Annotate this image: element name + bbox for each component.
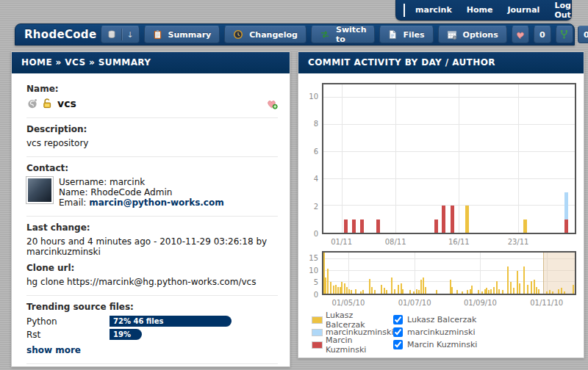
trending-label: Trending source files: <box>26 302 278 312</box>
repo-switcher-button[interactable]: ↓ <box>101 26 139 43</box>
legend-checkbox[interactable] <box>393 340 403 349</box>
divider <box>26 156 278 157</box>
x-axis: 01/1108/1116/1123/11 <box>323 236 575 247</box>
last-change-value: 20 hours and 4 minutes ago - 2010-11-29 … <box>26 236 278 257</box>
mercurial-icon <box>26 98 38 109</box>
nav-options-label: Options <box>463 30 498 40</box>
nav-changelog-button[interactable]: Changelog <box>224 26 306 43</box>
clone-url-label: Clone url: <box>26 263 278 273</box>
breadcrumb-separator: » <box>56 57 62 68</box>
home-link[interactable]: Home <box>459 5 501 15</box>
legend-swatch <box>312 341 323 349</box>
nav-options-button[interactable]: Options <box>438 26 507 43</box>
clone-url-value[interactable]: hg clone https://marcink@hg.python-works… <box>26 277 278 287</box>
trend-bar: 19% <box>110 329 142 340</box>
legend-row: Marcin Kuzminski Marcin Kuzminski <box>312 338 584 351</box>
legend-checkbox[interactable] <box>393 327 403 337</box>
description-value: vcs repository <box>26 138 278 148</box>
contact-name: Name: RhodeCode Admin <box>59 187 224 197</box>
logout-link[interactable]: Log Out <box>547 1 578 20</box>
user-menu-link[interactable]: marcink <box>408 5 459 15</box>
switch-icon <box>320 30 330 39</box>
contact-email-link[interactable]: marcin@python-works.com <box>89 197 224 208</box>
clipboard-icon <box>153 29 162 40</box>
legend-row: Lukasz Balcerzak Lukasz Balcerzak <box>312 313 584 326</box>
breadcrumb-current: SUMMARY <box>98 57 151 68</box>
forks-button[interactable] <box>556 26 573 43</box>
breadcrumb-separator: » <box>89 57 95 68</box>
commit-activity-title: COMMIT ACTIVITY BY DAY / AUTHOR <box>298 52 584 73</box>
overview-plot-area[interactable] <box>322 251 576 295</box>
divider <box>26 295 278 296</box>
unlock-icon <box>41 98 53 109</box>
nav-files-button[interactable]: Files <box>379 26 433 43</box>
y-axis: 0246810 <box>306 83 320 234</box>
legend-label: Marcin Kuzminski <box>326 335 393 355</box>
journal-link[interactable]: Journal <box>500 5 547 15</box>
fork-icon <box>559 29 569 40</box>
name-label: Name: <box>26 84 278 94</box>
x-axis: 01/05/1001/07/1001/09/1001/11/10 <box>323 297 575 308</box>
legend-checkbox-label: Marcin Kuzminski <box>407 340 477 349</box>
divider <box>26 117 278 118</box>
breadcrumb-repo-link[interactable]: VCS <box>65 57 85 68</box>
divider <box>26 363 278 364</box>
legend-label: Lukasz Balcerzak <box>326 311 393 330</box>
legend-swatch <box>312 329 323 336</box>
show-more-link[interactable]: show more <box>26 345 81 355</box>
contact-email: Email: marcin@python-works.com <box>59 197 224 208</box>
followers-count[interactable]: 0 <box>534 26 551 43</box>
nav-summary-button[interactable]: Summary <box>144 26 220 43</box>
legend-swatch <box>312 316 323 324</box>
database-icon <box>107 29 117 40</box>
nav-files-label: Files <box>403 30 424 40</box>
repo-name: vcs <box>57 98 76 109</box>
user-avatar <box>404 4 405 17</box>
chart-plot-area[interactable] <box>322 83 576 234</box>
heart-icon <box>515 30 526 40</box>
breadcrumb: HOME » VCS » SUMMARY <box>12 52 290 73</box>
legend-checkbox[interactable] <box>393 315 403 324</box>
nav-switch-to-button[interactable]: Switch to <box>311 26 375 43</box>
file-icon <box>388 29 397 40</box>
commit-activity-chart: 0246810 01/1108/1116/1123/11 <box>306 83 578 247</box>
legend-checkbox-label: marcinkuzminski <box>407 327 476 337</box>
contact-username: Username: marcink <box>59 177 224 187</box>
last-change-label: Last change: <box>26 222 278 233</box>
options-icon <box>447 30 457 40</box>
divider <box>121 29 122 40</box>
breadcrumb-home-link[interactable]: HOME <box>21 57 52 68</box>
nav-changelog-label: Changelog <box>249 30 298 40</box>
trend-bar: 72% 46 files <box>110 316 232 327</box>
chart-legend: Lukasz Balcerzak Lukasz Balcerzak marcin… <box>312 313 584 351</box>
commit-activity-panel: COMMIT ACTIVITY BY DAY / AUTHOR 0246810 … <box>298 51 584 358</box>
summary-panel: HOME » VCS » SUMMARY Name: vcs Descripti… <box>11 51 290 367</box>
followers-button[interactable] <box>512 26 529 43</box>
user-bar: marcink Home Journal Log Out <box>395 0 572 21</box>
arrow-down-icon: ↓ <box>126 30 133 40</box>
trend-row-python: Python 72% 46 files <box>26 316 278 327</box>
contact-avatar <box>26 177 53 203</box>
y-axis: 051015 <box>306 251 320 295</box>
clock-icon <box>233 29 243 40</box>
main-navbar: RhodeCode ↓ Summary Changelog Switch to … <box>15 23 575 46</box>
nav-summary-label: Summary <box>168 30 212 40</box>
legend-checkbox-label: Lukasz Balcerzak <box>407 315 476 324</box>
app-brand: RhodeCode <box>24 28 96 41</box>
commit-activity-overview-chart: 051015 01/05/1001/07/1001/09/1001/11/10 <box>306 251 578 308</box>
trend-lang-label: Python <box>26 316 110 327</box>
divider <box>26 216 278 217</box>
nav-switch-to-label: Switch to <box>336 25 366 44</box>
follow-heart-add-icon[interactable] <box>266 98 278 109</box>
description-label: Description: <box>26 124 278 134</box>
trend-row-rst: Rst 19% <box>26 329 278 340</box>
forks-count[interactable]: 0 <box>578 26 588 43</box>
trend-lang-label: Rst <box>26 330 110 340</box>
contact-label: Contact: <box>26 163 278 173</box>
